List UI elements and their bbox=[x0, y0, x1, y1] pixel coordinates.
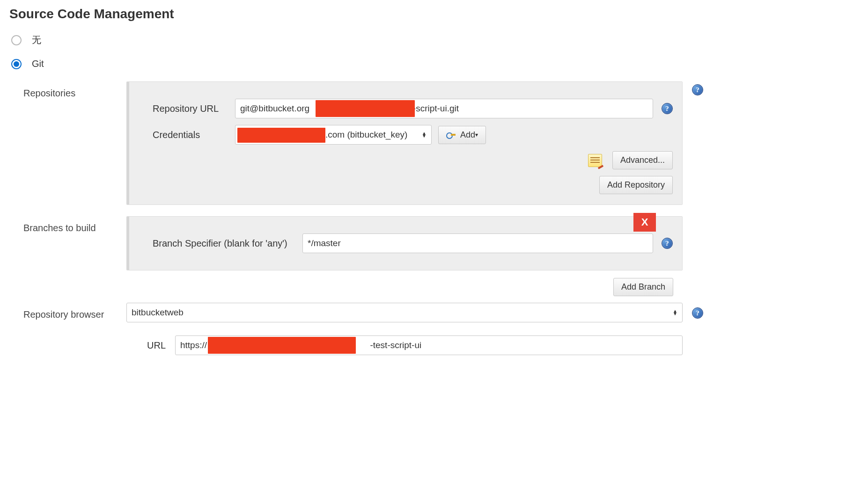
help-icon[interactable]: ? bbox=[692, 307, 703, 319]
radio-icon bbox=[11, 35, 22, 45]
radio-label: Git bbox=[32, 58, 44, 69]
radio-icon bbox=[11, 59, 22, 69]
help-icon[interactable]: ? bbox=[662, 238, 673, 249]
remove-branch-button[interactable]: X bbox=[633, 213, 656, 232]
add-repository-button[interactable]: Add Repository bbox=[599, 176, 673, 194]
branches-section-label: Branches to build bbox=[9, 216, 126, 233]
repo-browser-section-label: Repository browser bbox=[9, 303, 126, 320]
branches-panel: X Branch Specifier (blank for 'any') ? bbox=[126, 216, 683, 270]
chevron-updown-icon: ▲▼ bbox=[673, 310, 677, 315]
chevron-updown-icon: ▲▼ bbox=[422, 132, 427, 138]
advanced-button[interactable]: Advanced... bbox=[612, 151, 673, 169]
button-label: Add Repository bbox=[607, 180, 665, 190]
chevron-down-icon: ▾ bbox=[475, 131, 478, 138]
repo-url-label: Repository URL bbox=[153, 103, 235, 114]
repository-url-input[interactable] bbox=[235, 99, 653, 118]
add-credentials-button[interactable]: Add ▾ bbox=[438, 126, 486, 144]
repo-browser-url-label: URL bbox=[147, 340, 175, 351]
redaction-block bbox=[316, 100, 415, 117]
credentials-label: Credentials bbox=[153, 130, 235, 140]
help-icon[interactable]: ? bbox=[692, 84, 703, 95]
repositories-section-label: Repositories bbox=[9, 81, 126, 99]
scm-type-radiogroup: 无 Git bbox=[11, 34, 683, 69]
button-label: Add bbox=[460, 130, 475, 140]
scm-option-git[interactable]: Git bbox=[11, 58, 683, 69]
add-branch-button[interactable]: Add Branch bbox=[613, 278, 673, 296]
repositories-panel: Repository URL ? Credentials .com (bitbu… bbox=[126, 81, 683, 205]
button-label: Advanced... bbox=[620, 155, 665, 165]
select-selected-text: bitbucketweb bbox=[132, 307, 184, 318]
notepad-icon bbox=[588, 154, 602, 167]
credentials-select[interactable]: .com (bitbucket_key) ▲▼ bbox=[235, 125, 432, 145]
redaction-block bbox=[237, 128, 325, 143]
branch-specifier-input[interactable] bbox=[302, 233, 653, 253]
repository-browser-select[interactable]: bitbucketweb ▲▼ bbox=[126, 303, 683, 322]
scm-option-none[interactable]: 无 bbox=[11, 34, 683, 46]
redaction-block bbox=[208, 337, 356, 354]
key-icon bbox=[446, 132, 456, 138]
close-icon: X bbox=[641, 216, 648, 228]
branch-specifier-label: Branch Specifier (blank for 'any') bbox=[153, 238, 302, 249]
help-icon[interactable]: ? bbox=[662, 103, 673, 114]
radio-label: 无 bbox=[32, 34, 41, 46]
section-heading: Source Code Management bbox=[9, 7, 683, 22]
credentials-selected-text: .com (bitbucket_key) bbox=[325, 130, 407, 139]
button-label: Add Branch bbox=[621, 282, 665, 292]
